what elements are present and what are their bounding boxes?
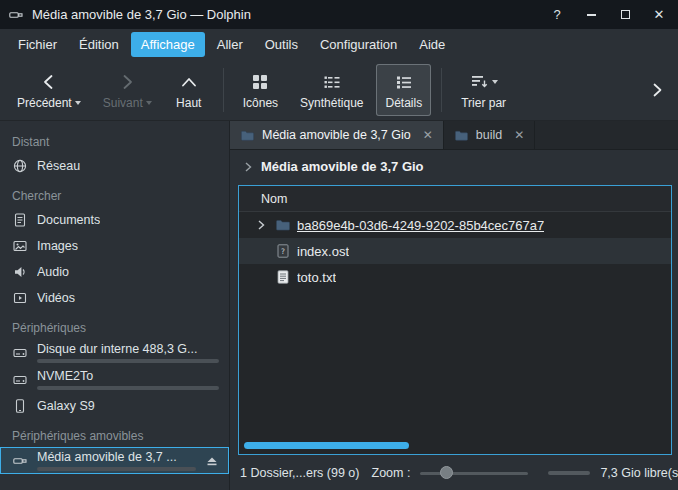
sidebar-item-images[interactable]: Images [0,233,229,259]
toolbar: Précédent Suivant Haut Icônes Synthétiqu… [0,60,678,121]
menu-aller[interactable]: Aller [207,32,253,57]
chevron-right-icon [242,161,254,173]
audio-icon [12,264,28,280]
unknown-file-icon: ? [275,243,291,259]
menu-affichage[interactable]: Affichage [131,32,205,57]
sidebar-item-label: Média amovible de 3,7 ... [37,450,196,464]
chevron-down-icon [492,80,498,84]
sidebar-item-label: Audio [37,265,69,279]
close-button[interactable]: ✕ [646,4,672,26]
sidebar-item-documents[interactable]: Documents [0,207,229,233]
tab-media-amovible[interactable]: Média amovible de 3,7 Gio ✕ [230,121,444,149]
zoom-slider-handle[interactable] [440,466,453,479]
forward-button[interactable]: Suivant [94,64,161,116]
menu-configuration[interactable]: Configuration [310,32,407,57]
window-body: Distant Réseau Chercher Documents Images… [0,121,678,490]
column-header-nom[interactable]: Nom [239,186,671,212]
grid-view-icon [250,72,270,92]
network-icon [12,158,28,174]
view-compact-button[interactable]: Synthétique [291,64,372,116]
chevron-right-icon [648,81,666,99]
file-row-toto-txt[interactable]: toto.txt [239,264,671,290]
disk-usage-bar [37,386,219,390]
section-header-distant: Distant [0,125,229,153]
menu-fichier[interactable]: Fichier [8,32,67,57]
places-panel: Distant Réseau Chercher Documents Images… [0,121,230,490]
back-label: Précédent [17,96,72,110]
menubar: Fichier Édition Affichage Aller Outils C… [0,29,678,60]
sidebar-item-label: NVME2To [37,369,219,383]
menu-aide[interactable]: Aide [409,32,455,57]
minimize-button[interactable] [578,4,604,26]
sidebar-item-videos[interactable]: Vidéos [0,285,229,311]
tab-build[interactable]: build ✕ [444,121,535,149]
sidebar-item-nvme2to[interactable]: NVME2To [0,366,229,393]
sidebar-item-reseau[interactable]: Réseau [0,153,229,179]
menu-edition[interactable]: Édition [69,32,129,57]
menu-outils[interactable]: Outils [255,32,308,57]
help-button[interactable]: ? [544,4,570,26]
free-space-bar [548,471,590,475]
sidebar-item-label: Images [37,239,78,253]
free-space-text: 7,3 Gio libre(s) [600,466,678,480]
sidebar-item-disque-interne[interactable]: Disque dur interne 488,3 G... [0,339,229,366]
arrow-left-icon [39,72,59,92]
view-icons-label: Icônes [243,96,278,110]
smartphone-icon [12,398,28,414]
horizontal-scrollbar[interactable] [239,441,671,454]
sort-by-label: Trier par [461,96,506,110]
tab-close-button[interactable]: ✕ [423,128,433,142]
toolbar-separator [223,68,224,112]
minimize-icon [587,14,596,16]
file-view: Nom ba869e4b-03d6-4249-9202-85b4cec767a7… [238,185,672,455]
file-name: ba869e4b-03d6-4249-9202-85b4cec767a7 [297,218,544,233]
file-list: ba869e4b-03d6-4249-9202-85b4cec767a7 ? i… [239,212,671,441]
back-button[interactable]: Précédent [8,64,90,116]
section-header-chercher: Chercher [0,179,229,207]
sidebar-item-media-amovible[interactable]: Média amovible de 3,7 ... [0,447,229,474]
folder-icon [240,128,255,143]
folder-icon [275,217,291,233]
arrow-right-icon [117,72,137,92]
scrollbar-thumb[interactable] [244,442,409,449]
view-details-button[interactable]: Détails [376,64,431,116]
tab-label: build [476,128,502,142]
main-pane: Média amovible de 3,7 Gio ✕ build ✕ Médi… [230,121,678,490]
chevron-down-icon [146,101,152,105]
tab-close-button[interactable]: ✕ [514,128,524,142]
view-details-label: Détails [385,96,422,110]
images-icon [12,238,28,254]
details-list-icon [394,72,414,92]
sidebar-item-label: Galaxy S9 [37,399,95,413]
forward-label: Suivant [103,96,143,110]
folder-icon [454,128,469,143]
harddrive-icon [12,372,28,388]
status-bar: 1 Dossier,...ers (99 o) Zoom : 7,3 Gio l… [230,455,678,490]
section-header-amovibles: Périphériques amovibles [0,419,229,447]
compact-list-icon [322,72,342,92]
file-name: index.ost [297,244,349,259]
maximize-button[interactable] [612,4,638,26]
maximize-icon [621,10,630,19]
disk-usage-bar [37,467,196,471]
up-button[interactable]: Haut [165,64,213,116]
sort-icon [469,72,489,92]
items-summary: 1 Dossier,...ers (99 o) [240,466,360,480]
file-row-index-ost[interactable]: ? index.ost [239,238,671,264]
usb-drive-icon [12,453,28,469]
sidebar-item-galaxy-s9[interactable]: Galaxy S9 [0,393,229,419]
text-file-icon [275,269,291,285]
view-icons-button[interactable]: Icônes [234,64,287,116]
sort-by-button[interactable]: Trier par [452,64,515,116]
expand-arrow-icon[interactable] [253,217,269,233]
zoom-label: Zoom : [372,466,411,480]
eject-button[interactable] [205,454,219,468]
view-compact-label: Synthétique [300,96,363,110]
file-row-folder[interactable]: ba869e4b-03d6-4249-9202-85b4cec767a7 [239,212,671,238]
sidebar-item-audio[interactable]: Audio [0,259,229,285]
breadcrumb: Média amovible de 3,7 Gio [230,150,678,183]
breadcrumb-location[interactable]: Média amovible de 3,7 Gio [261,159,424,174]
zoom-slider[interactable] [420,466,528,480]
window-title: Média amovible de 3,7 Gio — Dolphin [32,7,536,22]
toolbar-overflow-button[interactable] [644,68,670,112]
